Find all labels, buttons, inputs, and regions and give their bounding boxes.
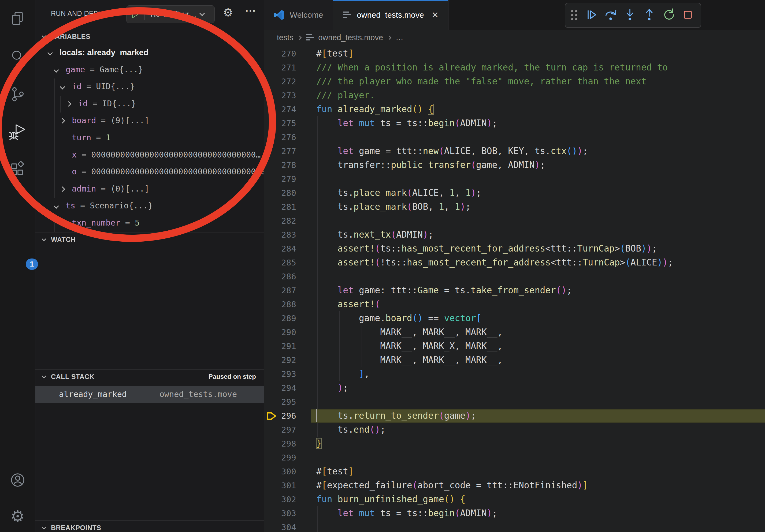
code-line[interactable]: 295 [264, 395, 765, 409]
line-number[interactable]: 301 [264, 478, 296, 492]
code-line[interactable]: 274fun already_marked() { [264, 102, 765, 116]
line-number[interactable]: 272 [264, 75, 296, 89]
account-icon[interactable] [9, 471, 26, 489]
variable-row[interactable]: txn_number = 5 [35, 215, 264, 232]
breadcrumb-item[interactable]: owned_tests.move [306, 33, 383, 42]
code-line[interactable]: 288 assert!( [264, 297, 765, 311]
search-icon[interactable] [9, 48, 26, 65]
tab-owned-tests-move[interactable]: owned_tests.move✕ [333, 0, 449, 30]
code-editor[interactable]: 270#[test]271/// When a position is alre… [264, 45, 765, 532]
code-line[interactable]: 283 ts.next_tx(ADMIN); [264, 228, 765, 242]
tab-welcome[interactable]: Welcome [264, 0, 333, 30]
variable-row[interactable]: admin = (0)[...] [35, 181, 264, 198]
code-line[interactable]: 287 let game: ttt::Game = ts.take_from_s… [264, 283, 765, 297]
line-number[interactable]: 285 [264, 256, 296, 269]
variable-row[interactable]: id = ID{...} [35, 96, 264, 113]
debug-settings-gear-icon[interactable]: ⚙ [223, 6, 233, 19]
code-line[interactable]: 303 let mut ts = ts::begin(ADMIN); [264, 506, 765, 520]
line-number[interactable]: 284 [264, 242, 296, 256]
call-stack-section-header[interactable]: CALL STACK Paused on step [35, 369, 264, 384]
variable-row[interactable]: game = Game{...} [35, 62, 264, 79]
variable-row[interactable]: x = 0000000000000000000000000000000000… [35, 147, 264, 164]
settings-gear-icon[interactable]: ⚙ [9, 508, 26, 525]
line-number[interactable]: 271 [264, 61, 296, 75]
code-line[interactable]: 272/// the player who made the "false" m… [264, 75, 765, 89]
code-line[interactable]: 282 [264, 214, 765, 228]
call-stack-frame[interactable]: already_marked owned_tests.move [35, 386, 264, 403]
code-line[interactable]: 298} [264, 437, 765, 450]
start-debug-icon[interactable] [132, 10, 139, 18]
line-number[interactable]: 282 [264, 214, 296, 228]
line-number[interactable]: 304 [264, 520, 296, 532]
breadcrumb-item[interactable]: tests [277, 33, 293, 42]
extensions-icon[interactable] [9, 161, 26, 178]
line-number[interactable]: 276 [264, 130, 296, 144]
line-number[interactable]: 297 [264, 423, 296, 437]
code-line[interactable]: 271/// When a position is already marked… [264, 61, 765, 75]
code-line[interactable]: 284 assert!(ts::has_most_recent_for_addr… [264, 242, 765, 256]
run-and-debug-icon[interactable]: 1 [9, 123, 26, 140]
restart-button[interactable] [661, 8, 675, 23]
code-line[interactable]: 299 [264, 450, 765, 464]
variables-section-header[interactable]: VARIABLES [35, 30, 264, 45]
line-number[interactable]: 303 [264, 506, 296, 520]
line-number[interactable]: 299 [264, 450, 296, 464]
code-line[interactable]: 279 [264, 172, 765, 186]
variable-row[interactable]: board = (9)[...] [35, 113, 264, 130]
line-number[interactable]: 288 [264, 297, 296, 311]
line-number[interactable]: 274 [264, 102, 296, 116]
code-line[interactable]: 294 ); [264, 381, 765, 395]
code-line[interactable]: 273/// player. [264, 89, 765, 102]
line-number[interactable]: 302 [264, 492, 296, 506]
code-line[interactable]: 304 [264, 520, 765, 532]
variable-row[interactable]: o = 000000000000000000000000000000000000 [35, 164, 264, 181]
code-line[interactable]: 276 [264, 130, 765, 144]
line-number[interactable]: 286 [264, 269, 296, 283]
step-out-button[interactable] [642, 8, 656, 23]
code-line[interactable]: 289 game.board() == vector[ [264, 311, 765, 325]
line-number[interactable]: 273 [264, 89, 296, 102]
line-number[interactable]: 281 [264, 200, 296, 214]
line-number[interactable]: 275 [264, 116, 296, 130]
code-line[interactable]: 270#[test] [264, 47, 765, 61]
stop-button[interactable] [681, 8, 695, 23]
code-line[interactable]: 285 assert!(!ts::has_most_recent_for_add… [264, 256, 765, 269]
explorer-icon[interactable] [9, 10, 26, 27]
line-number[interactable]: 298 [264, 437, 296, 450]
code-line[interactable]: 275 let mut ts = ts::begin(ADMIN); [264, 116, 765, 130]
close-icon[interactable]: ✕ [431, 10, 439, 20]
code-line[interactable]: 277 let game = ttt::new(ALICE, BOB, KEY,… [264, 144, 765, 158]
line-number[interactable]: 289 [264, 311, 296, 325]
code-line[interactable]: 290 MARK__, MARK__, MARK__, [264, 325, 765, 339]
line-number[interactable]: 295 [264, 395, 296, 409]
current-debug-line[interactable]: 296 ts.return_to_sender(game); [264, 409, 765, 423]
breakpoints-section-header[interactable]: BREAKPOINTS [35, 520, 264, 532]
more-actions-icon[interactable]: ⋯ [245, 4, 256, 17]
variable-row[interactable]: id = UID{...} [35, 79, 264, 96]
line-number[interactable]: 291 [264, 339, 296, 353]
code-line[interactable]: 286 [264, 269, 765, 283]
watch-section-header[interactable]: WATCH [35, 232, 264, 247]
code-line[interactable]: 301#[expected_failure(abort_code = ttt::… [264, 478, 765, 492]
line-number[interactable]: 279 [264, 172, 296, 186]
code-line[interactable]: 281 ts.place_mark(BOB, 1, 1); [264, 200, 765, 214]
variable-row[interactable]: ts = Scenario{...} [35, 198, 264, 215]
code-line[interactable]: 302fun burn_unfinished_game() { [264, 492, 765, 506]
code-line[interactable]: 291 MARK__, MARK_X, MARK__, [264, 339, 765, 353]
line-number[interactable]: 292 [264, 353, 296, 367]
code-line[interactable]: 278 transfer::public_transfer(game, ADMI… [264, 158, 765, 172]
step-into-button[interactable] [623, 8, 637, 23]
drag-handle-icon[interactable] [571, 10, 579, 20]
line-number[interactable]: 300 [264, 464, 296, 478]
code-line[interactable]: 292 MARK__, MARK__, MARK__, [264, 353, 765, 367]
code-line[interactable]: 293 ], [264, 367, 765, 381]
line-number[interactable]: 287 [264, 283, 296, 297]
line-number[interactable]: 277 [264, 144, 296, 158]
scope-row[interactable]: locals: already_marked [35, 45, 264, 62]
line-number[interactable]: 280 [264, 186, 296, 200]
continue-button[interactable] [584, 8, 598, 23]
code-line[interactable]: 300#[test] [264, 464, 765, 478]
source-control-icon[interactable] [9, 86, 26, 103]
line-number[interactable]: 290 [264, 325, 296, 339]
debug-config-dropdown[interactable]: No Configur… [126, 5, 215, 23]
